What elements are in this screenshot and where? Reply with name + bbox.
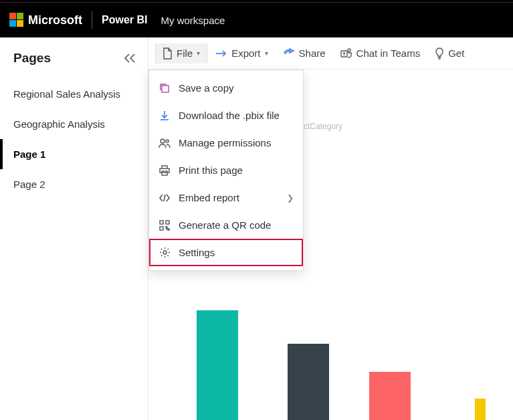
svg-point-1: [348, 49, 350, 51]
app-header: Microsoft Power BI My workspace: [0, 3, 513, 37]
menu-manage-permissions[interactable]: Manage permissions: [149, 129, 303, 156]
download-icon: [159, 110, 171, 121]
product-label[interactable]: Power BI: [102, 14, 147, 26]
workspace-breadcrumb[interactable]: My workspace: [161, 15, 225, 26]
menu-save-copy[interactable]: Save a copy: [149, 74, 303, 102]
file-dropdown: Save a copy Download the .pbix file Mana…: [148, 70, 304, 271]
report-toolbar: File ▾ Export ▾ Share Chat in T: [148, 37, 513, 70]
copy-icon: [159, 83, 171, 94]
menu-print-page[interactable]: Print this page: [149, 156, 303, 184]
gear-icon: [159, 247, 171, 258]
menu-download-pbix[interactable]: Download the .pbix file: [149, 102, 303, 129]
file-menu-button[interactable]: File ▾: [155, 43, 207, 64]
export-icon: [215, 49, 227, 58]
pages-sidebar: Pages Regional Sales Analysis Geographic…: [0, 37, 148, 420]
teams-icon: [340, 48, 352, 59]
chart-bar: [197, 310, 238, 420]
file-icon: [163, 47, 173, 60]
chat-teams-button[interactable]: Chat in Teams: [334, 43, 427, 63]
svg-rect-2: [162, 86, 169, 92]
export-button[interactable]: Export ▾: [209, 43, 274, 63]
menu-generate-qr[interactable]: Generate a QR code: [149, 211, 303, 239]
page-item-page-2[interactable]: Page 2: [0, 169, 148, 199]
chart-bar: [475, 399, 486, 420]
code-icon: [159, 193, 171, 203]
svg-point-4: [166, 140, 169, 142]
qr-icon: [159, 220, 171, 231]
svg-rect-7: [160, 221, 163, 224]
share-button[interactable]: Share: [276, 43, 332, 63]
sidebar-title: Pages: [13, 51, 51, 66]
get-button[interactable]: Get: [428, 43, 471, 64]
chevron-down-icon: ▾: [265, 49, 268, 57]
chevron-down-icon: ▾: [197, 49, 200, 57]
microsoft-logo-icon: [9, 13, 24, 27]
svg-rect-5: [160, 169, 169, 173]
page-item-regional-sales[interactable]: Regional Sales Analysis: [0, 79, 148, 109]
svg-rect-6: [162, 171, 167, 175]
page-item-page-1[interactable]: Page 1: [0, 139, 148, 169]
lightbulb-icon: [435, 47, 444, 60]
svg-point-3: [161, 139, 165, 143]
chart-bar: [369, 372, 411, 420]
share-icon: [283, 48, 295, 59]
collapse-sidebar-icon[interactable]: [124, 54, 136, 63]
svg-rect-9: [160, 227, 163, 230]
print-icon: [159, 165, 171, 176]
svg-rect-8: [166, 221, 169, 224]
chart-bar: [288, 344, 329, 420]
menu-settings[interactable]: Settings: [149, 239, 303, 266]
chevron-right-icon: ❯: [287, 193, 294, 203]
people-icon: [159, 138, 171, 148]
brand-label: Microsoft: [28, 13, 82, 27]
svg-point-10: [163, 251, 167, 254]
page-item-geographic[interactable]: Geographic Analysis: [0, 109, 148, 139]
menu-embed-report[interactable]: Embed report ❯: [149, 184, 303, 211]
